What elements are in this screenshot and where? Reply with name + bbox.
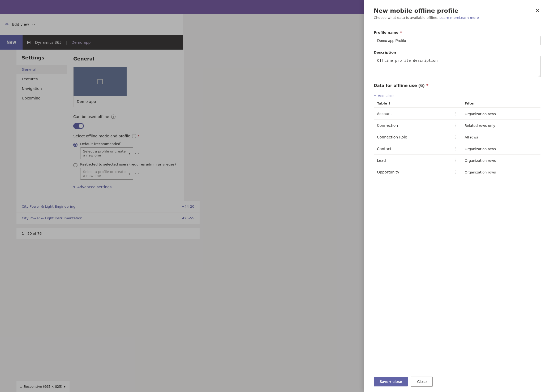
- profile-name-input[interactable]: [374, 36, 540, 45]
- table-cell-name-5: Opportunity: [374, 166, 450, 178]
- description-label: Description: [374, 50, 540, 54]
- table-row: Contact ⋮ Organization rows: [374, 143, 540, 155]
- table-cell-filter-4: Organization rows: [461, 155, 540, 166]
- table-cell-filter-5: Organization rows: [461, 166, 540, 178]
- table-cell-name-3: Contact: [374, 143, 450, 155]
- offline-data-required-star: *: [426, 83, 428, 88]
- table-cell-actions-0[interactable]: ⋮: [450, 108, 461, 120]
- plus-icon: +: [374, 93, 376, 98]
- offline-data-header: Data for offline use (6) *: [374, 83, 540, 88]
- table-row: Connection Role ⋮ All rows: [374, 131, 540, 143]
- modal-subtitle-text: Choose what data is available offline.: [374, 16, 438, 20]
- profile-name-label: Profile name *: [374, 31, 540, 34]
- offline-data-section: Data for offline use (6) * + Add table T…: [374, 83, 540, 178]
- table-cell-name-2: Connection Role: [374, 131, 450, 143]
- modal-body: Profile name * Description Offline profi…: [364, 24, 550, 371]
- row-more-icon-4[interactable]: ⋮: [454, 158, 458, 163]
- table-cell-name-1: Connection: [374, 120, 450, 131]
- row-more-icon-1[interactable]: ⋮: [454, 123, 458, 128]
- row-more-icon-5[interactable]: ⋮: [454, 169, 458, 175]
- description-textarea[interactable]: Offline profile description: [374, 56, 540, 77]
- table-header-name: Table: [374, 99, 450, 108]
- modal-subtitle: Choose what data is available offline. L…: [374, 16, 540, 20]
- table-row: Account ⋮ Organization rows: [374, 108, 540, 120]
- offline-data-title: Data for offline use (6) *: [374, 83, 428, 88]
- profile-name-label-text: Profile name: [374, 31, 398, 34]
- row-more-icon-0[interactable]: ⋮: [454, 111, 458, 116]
- table-row: Opportunity ⋮ Organization rows: [374, 166, 540, 178]
- add-table-button[interactable]: + Add table: [374, 92, 394, 99]
- row-more-icon-3[interactable]: ⋮: [454, 146, 458, 151]
- learn-more-link[interactable]: Learn more: [440, 16, 459, 20]
- new-offline-profile-modal: New mobile offline profile Choose what d…: [364, 0, 550, 392]
- table-row: Connection ⋮ Related rows only: [374, 120, 540, 131]
- offline-data-title-text: Data for offline use (6): [374, 83, 425, 88]
- table-header-filter: Filter: [461, 99, 540, 108]
- table-cell-actions-2[interactable]: ⋮: [450, 131, 461, 143]
- table-cell-actions-1[interactable]: ⋮: [450, 120, 461, 131]
- modal-close-button[interactable]: ✕: [533, 6, 542, 15]
- table-cell-filter-2: All rows: [461, 131, 540, 143]
- table-cell-actions-5[interactable]: ⋮: [450, 166, 461, 178]
- save-close-button[interactable]: Save + close: [374, 377, 408, 386]
- table-row: Lead ⋮ Organization rows: [374, 155, 540, 166]
- modal-footer: Save + close Close: [364, 371, 550, 392]
- close-button[interactable]: Close: [411, 377, 433, 387]
- table-header-actions: [450, 99, 461, 108]
- learn-more-link-text[interactable]: Learn more: [459, 16, 479, 20]
- modal-title: New mobile offline profile: [374, 7, 540, 14]
- add-table-label: Add table: [378, 94, 393, 98]
- table-cell-filter-0: Organization rows: [461, 108, 540, 120]
- table-cell-actions-4[interactable]: ⋮: [450, 155, 461, 166]
- profile-name-field: Profile name *: [374, 31, 540, 45]
- modal-header: New mobile offline profile Choose what d…: [364, 0, 550, 24]
- description-field: Description Offline profile description: [374, 50, 540, 78]
- description-label-text: Description: [374, 50, 396, 54]
- offline-data-table: Table Filter Account ⋮ Organization rows…: [374, 99, 540, 178]
- table-cell-name-4: Lead: [374, 155, 450, 166]
- table-cell-filter-3: Organization rows: [461, 143, 540, 155]
- profile-name-required-star: *: [400, 31, 402, 34]
- row-more-icon-2[interactable]: ⋮: [454, 134, 458, 140]
- table-cell-name-0: Account: [374, 108, 450, 120]
- table-cell-actions-3[interactable]: ⋮: [450, 143, 461, 155]
- table-cell-filter-1: Related rows only: [461, 120, 540, 131]
